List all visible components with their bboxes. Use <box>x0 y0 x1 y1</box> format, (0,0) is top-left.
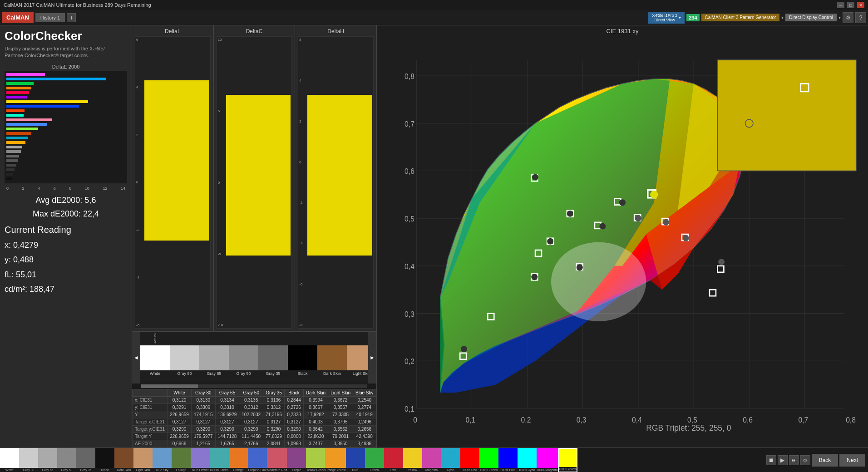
bottom-swatch[interactable]: 100% Yellow <box>558 448 578 472</box>
bottom-swatch[interactable]: Cyan <box>441 448 460 472</box>
bottom-swatch[interactable]: 100% Magenta <box>537 448 558 472</box>
end-btn[interactable]: ⏭ <box>789 455 799 465</box>
close-btn[interactable]: ✕ <box>857 2 864 8</box>
table-header: White <box>168 389 192 397</box>
svg-text:0,3: 0,3 <box>577 416 587 424</box>
calman-menu-btn[interactable]: CalMAN <box>2 12 34 23</box>
svg-text:0,4: 0,4 <box>404 263 414 270</box>
swatch-item[interactable]: Black <box>288 332 317 384</box>
table-header: Gray 50 <box>239 389 263 397</box>
bottom-swatch[interactable]: Yellow <box>403 448 422 472</box>
swatch-label: Gray 35 <box>266 370 280 377</box>
swatch-item[interactable]: Gray 80 <box>170 332 199 384</box>
svg-text:0,8: 0,8 <box>404 73 414 80</box>
device-btn[interactable]: X-Rite i1Pro 2Direct View ▾ <box>648 12 685 24</box>
svg-point-59 <box>663 219 669 226</box>
bottom-swatch[interactable]: Blue Sky <box>153 448 172 472</box>
bottom-swatch[interactable]: 100% Red <box>460 448 479 472</box>
scrollbar[interactable] <box>132 384 376 389</box>
middle-panel: DeltaL 6 4 2 0 -2 -4 -6 <box>132 25 377 447</box>
bottom-swatch-label: Green <box>365 468 384 472</box>
bottom-swatch[interactable]: White <box>0 448 19 472</box>
swatch-item[interactable]: Gray 50 <box>229 332 258 384</box>
bottom-swatch[interactable]: Purplish Blue <box>248 448 267 472</box>
bottom-swatch[interactable]: Yellow Green <box>306 448 325 472</box>
bottom-swatch-label: White <box>0 468 19 472</box>
bottom-swatch-label: 100% Green <box>479 468 498 472</box>
swatch-row: ◄ ActualWhiteGray 80Gray 65Gray 50Gray 3… <box>132 331 376 384</box>
bottom-swatch-label: 100% Blue <box>498 468 518 472</box>
pattern-gen-btn[interactable]: CalMAN Client 3 Pattern Generator <box>701 14 780 21</box>
add-tab-btn[interactable]: + <box>67 13 76 22</box>
device-badge: 234 <box>686 14 699 21</box>
cie-panel: CIE 1931 xy <box>377 25 868 447</box>
table-row: Target x:CIE310,31270,31270,31270,31270,… <box>133 418 377 426</box>
svg-text:0,7: 0,7 <box>404 120 414 128</box>
bottom-swatch[interactable]: Purple <box>287 448 306 472</box>
back-btn[interactable]: Back <box>812 454 838 467</box>
bottom-swatch[interactable]: Gray 80 <box>19 448 38 472</box>
swatch-item[interactable]: Gray 65 <box>199 332 229 384</box>
svg-point-61 <box>683 235 689 241</box>
swatch-item[interactable]: Gray 35 <box>258 332 288 384</box>
bottom-swatch-label: Purple <box>287 468 306 472</box>
bottom-swatch[interactable]: Orange <box>229 448 248 472</box>
loop-btn[interactable]: ∞ <box>800 455 810 465</box>
display-ctrl-btn[interactable]: Direct Display Control <box>785 14 837 21</box>
settings-btn[interactable]: ⚙ <box>843 12 853 23</box>
bottom-swatch-label: Magenta <box>422 468 441 472</box>
svg-text:0,6: 0,6 <box>404 167 414 175</box>
avg-de: Avg dE2000: 5,6 <box>5 193 127 207</box>
swatch-item[interactable]: Light Skin <box>347 332 368 384</box>
bottom-swatch[interactable]: Gray 50 <box>57 448 76 472</box>
help-btn[interactable]: ? <box>855 12 866 23</box>
bottom-swatch-label: Light Skin <box>133 468 153 472</box>
scroll-left-btn[interactable]: ◄ <box>132 332 140 384</box>
bottom-swatch[interactable]: Orange Yellow <box>325 448 345 472</box>
bottom-swatch-label: Orange <box>229 468 248 472</box>
bottom-swatch[interactable]: Magenta <box>422 448 441 472</box>
next-btn[interactable]: Next <box>839 454 865 467</box>
scroll-right-btn[interactable]: ► <box>368 332 376 384</box>
nav-controls: ⏹ ▶ ⏭ ∞ Back Next <box>764 448 868 472</box>
y-value: y: 0,488 <box>5 252 127 267</box>
bottom-swatch[interactable]: Gray 65 <box>38 448 57 472</box>
x-value: x: 0,4279 <box>5 238 127 252</box>
swatch-item[interactable]: Dark Skin <box>317 332 347 384</box>
bottom-swatch-label: Cyan <box>441 468 460 472</box>
bottom-swatch[interactable]: Light Skin <box>133 448 153 472</box>
minimize-btn[interactable]: ─ <box>837 2 844 8</box>
swatch-label: White <box>150 370 160 377</box>
table-header: Blue Sky <box>353 389 376 397</box>
bottom-swatch[interactable]: 100% Green <box>479 448 498 472</box>
bottom-swatch-label: Orange Yellow <box>325 468 345 472</box>
bottom-swatch[interactable]: 100% Cyan <box>518 448 537 472</box>
svg-point-66 <box>461 346 467 352</box>
maximize-btn[interactable]: □ <box>847 2 854 8</box>
bottom-swatch[interactable]: Moderate Red <box>267 448 287 472</box>
swatch-label: Black <box>297 370 307 377</box>
bottom-swatch[interactable]: Black <box>95 448 114 472</box>
bottom-swatch-label: Blue <box>346 468 365 472</box>
bottom-swatch[interactable]: Green <box>365 448 384 472</box>
swatch-item[interactable]: ActualWhite <box>140 332 170 384</box>
bottom-swatch[interactable]: Dark Skin <box>114 448 133 472</box>
bottom-swatch[interactable]: Foliage <box>172 448 191 472</box>
svg-point-57 <box>635 215 641 221</box>
chevron-down-icon: ▾ <box>679 15 681 20</box>
bottom-swatch[interactable]: Blue <box>346 448 365 472</box>
bottom-swatch[interactable]: Gray 35 <box>76 448 95 472</box>
play-btn[interactable]: ▶ <box>778 455 788 465</box>
stop-btn[interactable]: ⏹ <box>766 455 776 465</box>
delta-h-title: DeltaH <box>298 28 374 34</box>
bottom-swatch[interactable]: Red <box>384 448 403 472</box>
bottom-swatch-label: 100% Red <box>460 468 479 472</box>
bottom-swatch[interactable]: Blue Flower <box>191 448 210 472</box>
bottom-swatch[interactable]: 100% Blue <box>498 448 518 472</box>
fl-value: fL: 55,01 <box>5 267 127 282</box>
left-panel: ColorChecker Display analysis is perform… <box>0 25 132 447</box>
data-table-section: WhiteGray 80Gray 65Gray 50Gray 35BlackDa… <box>132 389 376 447</box>
history-tab[interactable]: History 1 <box>35 13 65 22</box>
bottom-swatch[interactable]: Bluish Green <box>210 448 229 472</box>
table-header: Gray 35 <box>263 389 285 397</box>
